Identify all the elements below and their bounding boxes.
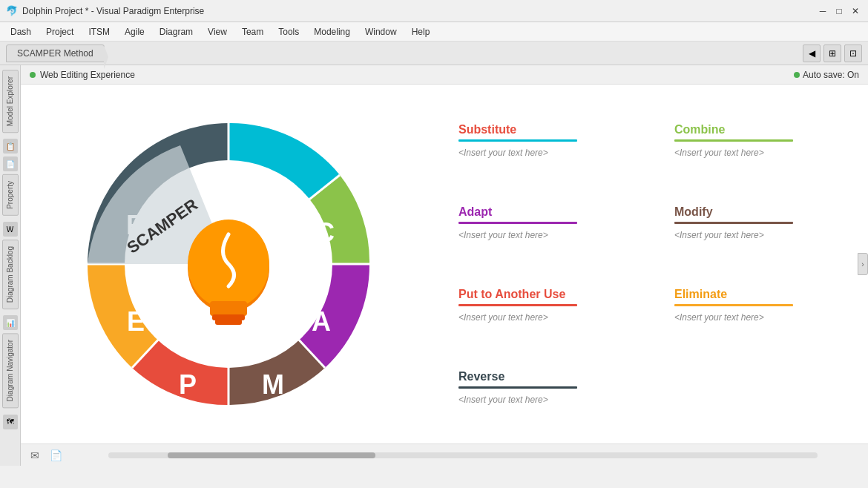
menu-diagram[interactable]: Diagram [152,25,200,39]
title-bar: 🐬 Dolphin Project * - Visual Paradigm En… [0,0,868,22]
section-empty [674,370,846,405]
title-eliminate: Eliminate [674,288,846,301]
tab-scamper[interactable]: SCAMPER Method [6,44,105,62]
tab-bar-icons: ◀ ⊞ ⊡ [803,44,862,62]
menu-team[interactable]: Team [234,25,271,39]
label-e: E [127,306,145,337]
app-icon: 🐬 [6,5,18,17]
diagram-name: Web Editing Experience [40,70,135,80]
placeholder-eliminate[interactable]: <Insert your text here> [674,312,846,323]
bottom-left-icons: ✉ 📄 [27,447,64,464]
status-dot [30,72,36,78]
sidebar-tab-model-explorer[interactable]: Model Explorer [2,70,19,133]
underline-modify [674,222,793,224]
bulb-cap [210,301,247,316]
menu-bar: Dash Project ITSM Agile Diagram View Tea… [0,22,868,42]
sidebar-icon-4[interactable]: 📊 [3,315,18,330]
right-collapse-handle[interactable]: › [858,253,868,275]
menu-help[interactable]: Help [404,25,438,39]
sidebar-icon-3[interactable]: W [3,222,18,237]
underline-reverse [458,386,577,389]
scamper-row-2: Adapt <Insert your text here> Modify <In… [458,205,846,240]
menu-view[interactable]: View [200,25,234,39]
sidebar-tab-diagram-navigator[interactable]: Diagram Navigator [2,333,19,408]
maximize-button[interactable]: □ [832,5,846,17]
scamper-diagram[interactable]: S C A M P E R SCAMPER [50,86,407,442]
tab-label: SCAMPER Method [17,48,93,59]
placeholder-adapt[interactable]: <Insert your text here> [458,230,630,240]
app-title: Dolphin Project * - Visual Paradigm Ente… [22,6,204,16]
minimize-button[interactable]: ─ [816,5,829,17]
section-reverse[interactable]: Reverse <Insert your text here> [458,370,630,405]
underline-adapt [458,222,577,224]
menu-agile[interactable]: Agile [117,25,152,39]
placeholder-combine[interactable]: <Insert your text here> [674,148,846,158]
autosave-dot [794,72,800,78]
title-substitute: Substitute [458,123,630,136]
underline-eliminate [674,304,793,306]
title-reverse: Reverse [458,370,630,383]
main-layout: Model Explorer 📋 📄 Property W Diagram Ba… [0,65,868,466]
scamper-row-3: Put to Another Use <Insert your text her… [458,288,846,323]
section-eliminate[interactable]: Eliminate <Insert your text here> [674,288,846,323]
placeholder-modify[interactable]: <Insert your text here> [674,230,846,240]
title-adapt: Adapt [458,205,630,219]
placeholder-substitute[interactable]: <Insert your text here> [458,148,630,158]
scamper-row-1: Substitute <Insert your text here> Combi… [458,123,846,158]
menu-project[interactable]: Project [39,25,81,39]
underline-put-to-use [458,304,577,306]
menu-itsm[interactable]: ITSM [81,25,117,39]
sidebar-icon-1[interactable]: 📋 [3,139,18,154]
tab-icon-grid[interactable]: ⊞ [823,44,841,62]
label-a: A [312,306,331,337]
horizontal-scrollbar[interactable] [108,452,818,458]
tab-icon-split[interactable]: ⊡ [844,44,862,62]
sidebar-tab-diagram-backlog[interactable]: Diagram Backlog [2,240,19,309]
autosave-status: Auto save: On [803,70,859,80]
window-controls: ─ □ ✕ [816,5,862,17]
menu-modeling[interactable]: Modeling [306,25,358,39]
close-button[interactable]: ✕ [849,5,862,17]
placeholder-put-to-use[interactable]: <Insert your text here> [458,312,630,323]
tab-icon-back[interactable]: ◀ [803,44,821,62]
sidebar-tab-property[interactable]: Property [2,174,19,216]
tab-bar: SCAMPER Method ◀ ⊞ ⊡ [0,42,868,65]
menu-dash[interactable]: Dash [3,25,39,39]
scrollbar-thumb[interactable] [168,452,375,458]
scamper-wheel-area: S C A M P E R SCAMPER [21,85,436,444]
autosave-bar: Web Editing Experience Auto save: On [21,65,868,85]
scamper-row-4: Reverse <Insert your text here> [458,370,846,405]
label-m: M [262,369,284,400]
left-sidebar: Model Explorer 📋 📄 Property W Diagram Ba… [0,65,21,466]
title-modify: Modify [674,205,846,219]
label-s: S [260,169,278,200]
placeholder-reverse[interactable]: <Insert your text here> [458,395,630,405]
underline-combine [674,139,793,142]
sidebar-icon-5[interactable]: 🗺 [3,415,18,429]
title-put-to-use: Put to Another Use [458,288,630,301]
bottom-bar: ✉ 📄 [21,444,868,466]
scamper-text-area: Substitute <Insert your text here> Combi… [436,85,868,444]
content-area: Web Editing Experience Auto save: On [21,65,868,466]
bulb-base2 [215,319,242,325]
section-adapt[interactable]: Adapt <Insert your text here> [458,205,630,240]
section-put-to-use[interactable]: Put to Another Use <Insert your text her… [458,288,630,323]
section-substitute[interactable]: Substitute <Insert your text here> [458,123,630,158]
title-combine: Combine [674,123,846,136]
mail-icon-button[interactable]: ✉ [27,447,43,464]
label-p: P [179,369,197,400]
menu-window[interactable]: Window [358,25,404,39]
file-icon-button[interactable]: 📄 [47,447,64,464]
underline-substitute [458,139,577,142]
section-combine[interactable]: Combine <Insert your text here> [674,123,846,158]
section-modify[interactable]: Modify <Insert your text here> [674,205,846,240]
sidebar-icon-2[interactable]: 📄 [3,156,18,171]
label-c: C [315,217,335,248]
diagram-canvas: S C A M P E R SCAMPER [21,85,868,444]
menu-tools[interactable]: Tools [271,25,306,39]
